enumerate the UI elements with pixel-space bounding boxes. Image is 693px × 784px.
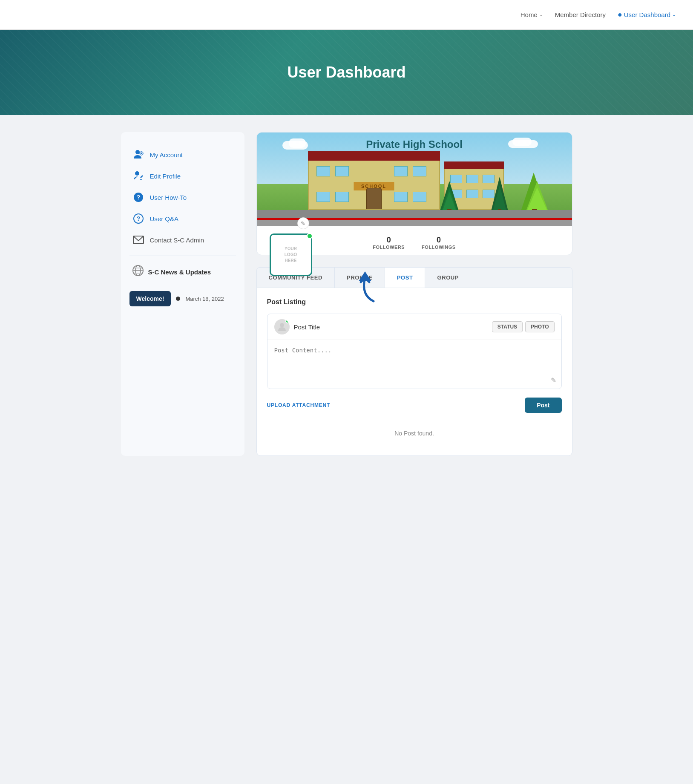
svg-text:?: ? bbox=[136, 194, 140, 201]
nav-home[interactable]: Home ⌄ bbox=[520, 11, 543, 18]
post-listing-title: Post Listing bbox=[267, 298, 562, 306]
post-avatar bbox=[274, 319, 290, 334]
hero-banner: User Dashboard bbox=[0, 30, 693, 115]
svg-point-2 bbox=[141, 153, 141, 154]
post-title-row: Post Title STATUS PHOTO bbox=[267, 314, 561, 340]
my-account-label: My Account bbox=[150, 151, 183, 159]
post-title-display: Post Title bbox=[294, 323, 488, 331]
upload-attachment-link[interactable]: UPLOAD ATTACHMENT bbox=[267, 402, 331, 408]
photo-button[interactable]: PHOTO bbox=[525, 321, 554, 332]
post-actions-row: UPLOAD ATTACHMENT Post bbox=[267, 398, 562, 413]
profile-banner: Private High School SCHOOL bbox=[257, 133, 572, 226]
post-input-area: Post Title STATUS PHOTO ✎ bbox=[267, 314, 562, 389]
main-content: Private High School SCHOOL bbox=[256, 132, 572, 456]
sidebar-item-user-qa[interactable]: ? User Q&A bbox=[129, 208, 236, 229]
profile-logo: YOURLOGOHERE bbox=[270, 233, 312, 276]
edit-profile-label: Edit Profile bbox=[150, 173, 181, 180]
welcome-dot bbox=[176, 297, 180, 301]
sidebar-divider bbox=[129, 256, 236, 256]
question-outline-icon: ? bbox=[132, 212, 145, 225]
person-edit-icon bbox=[132, 170, 145, 182]
logo-text: YOURLOGOHERE bbox=[285, 246, 297, 264]
contact-admin-label: Contact S-C Admin bbox=[150, 236, 204, 244]
followers-count: 0 bbox=[373, 236, 405, 245]
followings-stat: 0 FOLLOWINGS bbox=[422, 236, 456, 250]
arrow-pointer-icon bbox=[352, 269, 382, 303]
status-button[interactable]: STATUS bbox=[492, 321, 523, 332]
sidebar-item-my-account[interactable]: My Account bbox=[129, 144, 236, 165]
tab-group[interactable]: GROUP bbox=[425, 268, 471, 288]
resize-icon: ✎ bbox=[551, 376, 556, 384]
home-chevron-icon: ⌄ bbox=[539, 12, 543, 17]
dashboard-chevron-icon: ⌄ bbox=[672, 12, 676, 17]
sidebar-news[interactable]: S-C News & Updates bbox=[129, 261, 236, 282]
sidebar: My Account Edit Profile ? bbox=[121, 132, 244, 456]
user-how-to-label: User How-To bbox=[150, 194, 187, 201]
svg-point-3 bbox=[135, 171, 139, 176]
user-dashboard-icon: ● bbox=[618, 10, 622, 19]
user-qa-label: User Q&A bbox=[150, 215, 179, 222]
svg-marker-14 bbox=[359, 271, 371, 281]
sidebar-nav: My Account Edit Profile ? bbox=[129, 144, 236, 251]
followings-label: FOLLOWINGS bbox=[422, 245, 456, 250]
svg-point-15 bbox=[280, 323, 284, 327]
followers-label: FOLLOWERS bbox=[373, 245, 405, 250]
sidebar-item-contact-admin[interactable]: Contact S-C Admin bbox=[129, 229, 236, 251]
user-dashboard-label: User Dashboard bbox=[624, 11, 670, 18]
sidebar-item-user-how-to[interactable]: ? User How-To bbox=[129, 187, 236, 208]
navbar: Home ⌄ Member Directory ● User Dashboard… bbox=[0, 0, 693, 30]
welcome-date: March 18, 2022 bbox=[185, 296, 224, 302]
followers-stat: 0 FOLLOWERS bbox=[373, 236, 405, 250]
school-name: Private High School bbox=[257, 138, 572, 150]
member-directory-label: Member Directory bbox=[555, 11, 606, 18]
svg-text:?: ? bbox=[136, 215, 140, 222]
online-indicator bbox=[307, 233, 313, 239]
nav-member-directory[interactable]: Member Directory bbox=[555, 11, 606, 18]
post-section: Post Listing Post Title ST bbox=[256, 288, 572, 456]
envelope-icon bbox=[132, 233, 145, 246]
no-post-message: No Post found. bbox=[267, 413, 562, 445]
welcome-button[interactable]: Welcome! bbox=[129, 291, 171, 306]
profile-card: Private High School SCHOOL bbox=[256, 132, 572, 255]
nav-user-dashboard[interactable]: ● User Dashboard ⌄ bbox=[618, 10, 676, 19]
avatar-online-dot bbox=[285, 319, 290, 323]
post-content-area: ✎ bbox=[267, 340, 561, 389]
followings-count: 0 bbox=[422, 236, 456, 245]
post-content-input[interactable] bbox=[267, 340, 561, 387]
question-circle-icon: ? bbox=[132, 191, 145, 204]
edit-banner-button[interactable]: ✎ bbox=[297, 217, 309, 229]
welcome-badge: Welcome! March 18, 2022 bbox=[129, 291, 236, 306]
post-submit-button[interactable]: Post bbox=[525, 398, 561, 413]
sidebar-item-edit-profile[interactable]: Edit Profile bbox=[129, 165, 236, 187]
tab-post[interactable]: POST bbox=[385, 268, 426, 288]
content-tabs-container: COMMUNITY FEED PROFILE POST GROUP Post L… bbox=[256, 267, 572, 456]
home-label: Home bbox=[520, 11, 538, 18]
page-title: User Dashboard bbox=[287, 63, 405, 81]
news-label: S-C News & Updates bbox=[148, 268, 211, 276]
person-gear-icon bbox=[132, 148, 145, 161]
globe-icon bbox=[132, 265, 144, 279]
main-container: My Account Edit Profile ? bbox=[112, 132, 581, 456]
post-type-buttons: STATUS PHOTO bbox=[492, 321, 555, 332]
svg-point-0 bbox=[135, 150, 140, 154]
